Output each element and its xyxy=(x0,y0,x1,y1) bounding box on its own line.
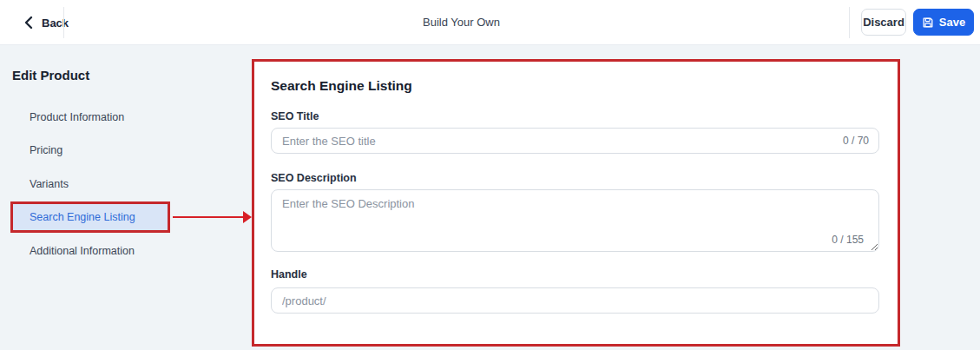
chevron-left-icon xyxy=(23,16,35,30)
seo-description-label: SEO Description xyxy=(271,172,357,184)
sidebar-item-product-information[interactable]: Product Information xyxy=(30,111,124,123)
sidebar-item-search-engine-listing[interactable]: Search Engine Listing xyxy=(10,201,170,233)
back-label: Back xyxy=(42,17,69,30)
sidebar-heading: Edit Product xyxy=(12,68,89,83)
sidebar-item-label: Search Engine Listing xyxy=(30,211,135,223)
sidebar-item-pricing[interactable]: Pricing xyxy=(30,144,62,156)
sidebar-item-variants[interactable]: Variants xyxy=(30,178,69,190)
discard-button[interactable]: Discard xyxy=(861,9,906,36)
topbar-divider xyxy=(849,7,850,38)
topbar: Back Build Your Own Discard Save xyxy=(0,0,980,45)
save-button[interactable]: Save xyxy=(913,9,974,36)
handle-label: Handle xyxy=(271,268,307,281)
annotation-arrow xyxy=(173,210,252,224)
page-title: Build Your Own xyxy=(423,16,500,29)
content-area: Edit Product Product Information Pricing… xyxy=(0,45,980,350)
annotation-arrow-shaft xyxy=(173,216,245,218)
panel-heading: Search Engine Listing xyxy=(271,78,412,94)
seo-title-input[interactable] xyxy=(271,128,879,154)
search-engine-listing-panel: Search Engine Listing SEO Title 0 / 70 S… xyxy=(252,59,900,347)
save-label: Save xyxy=(939,16,965,29)
handle-field-wrap xyxy=(271,287,879,314)
seo-description-field-wrap: 0 / 155 xyxy=(271,189,879,252)
sidebar-item-additional-information[interactable]: Additional Information xyxy=(30,245,135,257)
floppy-disk-icon xyxy=(922,17,934,29)
topbar-divider xyxy=(63,7,64,38)
topbar-actions: Discard Save xyxy=(861,9,974,36)
seo-title-label: SEO Title xyxy=(271,110,319,122)
seo-description-textarea[interactable] xyxy=(271,189,879,252)
seo-title-field-wrap: 0 / 70 xyxy=(271,128,879,154)
annotation-arrow-head xyxy=(243,211,252,223)
handle-input[interactable] xyxy=(271,287,879,314)
